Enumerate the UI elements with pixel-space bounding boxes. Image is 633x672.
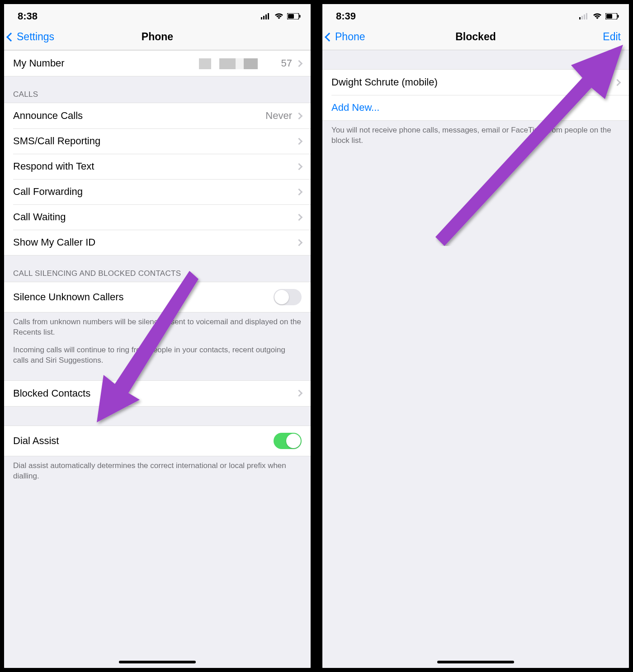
status-bar: 8:38	[4, 4, 311, 24]
dial-assist-row: Dial Assist	[4, 426, 311, 456]
chevron-right-icon	[296, 239, 303, 246]
edit-button[interactable]: Edit	[603, 31, 621, 43]
silencing-header: CALL SILENCING AND BLOCKED CONTACTS	[4, 256, 311, 282]
dial-assist-footer: Dial assist automatically determines the…	[4, 456, 311, 484]
nav-title: Phone	[142, 31, 173, 43]
chevron-right-icon	[296, 137, 303, 145]
svg-rect-10	[584, 14, 585, 19]
chevron-back-icon	[325, 33, 334, 42]
chevron-right-icon	[296, 213, 303, 221]
calls-header: CALLS	[4, 76, 311, 103]
svg-rect-5	[288, 14, 294, 19]
svg-rect-9	[581, 16, 583, 19]
chevron-right-icon	[614, 79, 621, 86]
my-number-label: My Number	[13, 57, 199, 69]
chevron-right-icon	[296, 163, 303, 170]
left-screenshot: 8:38 Settings Phone My Number 57 CALLS A…	[4, 4, 311, 668]
sms-reporting-row[interactable]: SMS/Call Reporting	[4, 128, 311, 154]
add-new-row[interactable]: Add New...	[322, 95, 629, 120]
my-number-section: My Number 57	[4, 50, 311, 76]
silence-footer-1: Calls from unknown numbers will be silen…	[4, 312, 311, 341]
calls-list: Announce Calls Never SMS/Call Reporting …	[4, 103, 311, 256]
chevron-right-icon	[296, 390, 303, 397]
svg-rect-14	[618, 15, 619, 18]
svg-rect-6	[299, 15, 301, 18]
battery-icon	[605, 13, 619, 19]
svg-rect-11	[586, 13, 587, 19]
respond-text-row[interactable]: Respond with Text	[4, 154, 311, 179]
wifi-icon	[274, 13, 283, 19]
svg-rect-3	[268, 13, 269, 19]
show-caller-id-row[interactable]: Show My Caller ID	[4, 230, 311, 255]
right-screenshot: 8:39 Phone Blocked Edit Dwight Schrute (…	[322, 4, 629, 668]
back-button[interactable]: Phone	[326, 31, 365, 43]
blocked-footer: You will not receive phone calls, messag…	[322, 121, 629, 149]
announce-calls-row[interactable]: Announce Calls Never	[4, 103, 311, 128]
chevron-right-icon	[296, 188, 303, 195]
svg-rect-8	[579, 17, 581, 19]
status-bar: 8:39	[322, 4, 629, 24]
silence-unknown-list: Silence Unknown Callers	[4, 282, 311, 312]
blocked-contact-row[interactable]: Dwight Schrute (mobile)	[322, 70, 629, 95]
blocked-list: Dwight Schrute (mobile) Add New...	[322, 69, 629, 121]
silence-unknown-row: Silence Unknown Callers	[4, 282, 311, 312]
svg-rect-0	[261, 17, 262, 19]
silence-unknown-toggle[interactable]	[274, 289, 302, 305]
chevron-back-icon	[6, 33, 15, 42]
my-number-value: 57	[199, 57, 292, 69]
my-number-row[interactable]: My Number 57	[4, 51, 311, 76]
blocked-contacts-row[interactable]: Blocked Contacts	[4, 381, 311, 406]
call-forwarding-row[interactable]: Call Forwarding	[4, 179, 311, 204]
svg-rect-13	[606, 14, 612, 19]
svg-rect-1	[263, 16, 265, 19]
nav-title: Blocked	[455, 31, 496, 43]
battery-icon	[287, 13, 301, 19]
cellular-icon	[579, 13, 589, 19]
status-icons	[261, 13, 301, 19]
back-label: Phone	[335, 31, 365, 43]
dial-assist-list: Dial Assist	[4, 426, 311, 456]
dial-assist-toggle[interactable]	[274, 433, 302, 449]
nav-bar: Settings Phone	[4, 24, 311, 50]
redacted-number	[199, 58, 280, 69]
silence-footer-2: Incoming calls will continue to ring fro…	[4, 341, 311, 369]
home-indicator	[119, 661, 196, 663]
chevron-right-icon	[296, 112, 303, 119]
call-waiting-row[interactable]: Call Waiting	[4, 204, 311, 230]
status-icons	[579, 13, 619, 19]
chevron-right-icon	[296, 60, 303, 67]
back-button[interactable]: Settings	[8, 31, 54, 43]
home-indicator	[437, 661, 514, 663]
wifi-icon	[593, 13, 602, 19]
svg-rect-2	[265, 14, 267, 19]
blocked-contacts-list: Blocked Contacts	[4, 380, 311, 407]
status-time: 8:39	[336, 10, 356, 22]
cellular-icon	[261, 13, 271, 19]
nav-bar: Phone Blocked Edit	[322, 24, 629, 50]
status-time: 8:38	[18, 10, 38, 22]
back-label: Settings	[17, 31, 54, 43]
